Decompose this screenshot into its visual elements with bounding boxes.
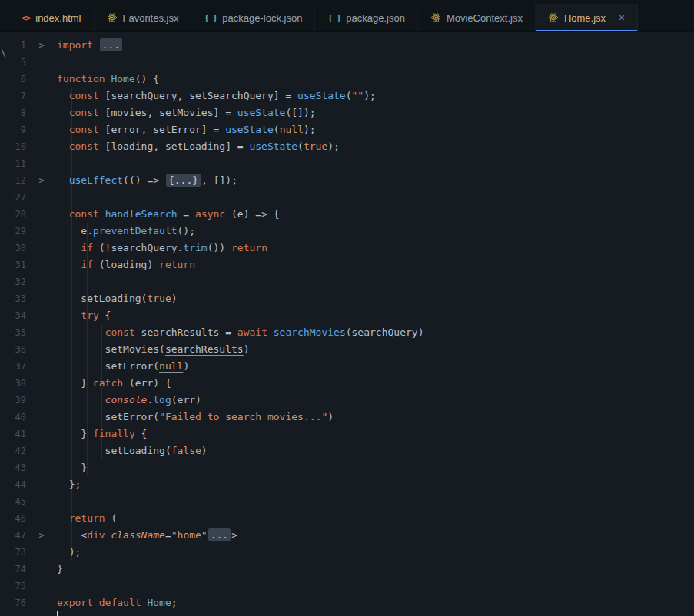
code-token — [267, 326, 274, 338]
code-line-content[interactable]: const [searchQuery, setSearchQuery] = us… — [57, 88, 376, 104]
code-line-content[interactable]: console.log(err) — [57, 392, 201, 409]
code-line-content[interactable]: setMovies(searchResults) — [57, 341, 249, 358]
line-number: 12 — [0, 172, 26, 189]
code-token: e. — [57, 225, 93, 237]
code-token: catch — [93, 377, 123, 389]
code-line-content[interactable]: const [loading, setLoading] = useState(t… — [57, 138, 340, 155]
tab-label: MovieContext.jsx — [447, 12, 523, 24]
code-line-content[interactable]: <div className="home"...> — [57, 527, 237, 544]
code-line-content[interactable]: ); — [57, 544, 81, 561]
code-line: 76export default Home; — [0, 594, 694, 611]
code-line: 10 const [loading, setLoading] = useStat… — [0, 138, 694, 155]
code-line: 28 const handleSearch = async (e) => { — [0, 206, 694, 223]
code-line-content[interactable]: setError("Failed to search movies...") — [57, 409, 334, 426]
code-line-content[interactable]: import ... — [57, 37, 123, 54]
line-number: 6 — [0, 71, 26, 88]
code-line-content[interactable]: setLoading(false) — [57, 442, 208, 459]
code-line-content[interactable]: const [movies, setMovies] = useState([])… — [57, 104, 316, 121]
editor: \ 1>import ...56function Home() {7 const… — [0, 32, 694, 616]
code-area[interactable]: 1>import ...56function Home() {7 const [… — [0, 37, 694, 611]
code-line-content[interactable]: if (loading) return — [57, 257, 195, 273]
fold-chevron-icon[interactable]: > — [26, 527, 57, 544]
code-line: 47> <div className="home"...> — [0, 527, 694, 544]
line-number: 75 — [0, 578, 26, 594]
code-token: { — [99, 310, 111, 321]
tab-label: index.html — [35, 12, 81, 24]
code-token: await — [237, 326, 267, 338]
stray-glyph: \ — [1, 48, 6, 58]
tab-home-jsx[interactable]: Home.jsx× — [536, 4, 638, 31]
code-line: 29 e.preventDefault(); — [0, 223, 694, 240]
code-token — [57, 242, 81, 253]
code-line-content[interactable]: } — [57, 561, 63, 578]
code-line: 27 — [0, 189, 694, 206]
tab-index-html[interactable]: <>index.html — [9, 4, 95, 31]
close-icon[interactable]: × — [619, 12, 625, 23]
code-line-content[interactable]: if (!searchQuery.trim()) return — [57, 240, 267, 257]
fold-chevron-icon[interactable]: > — [26, 37, 57, 54]
line-number: 42 — [0, 442, 26, 459]
code-line-content[interactable]: e.preventDefault(); — [57, 223, 195, 240]
react-icon — [430, 12, 441, 23]
code-token — [57, 208, 69, 220]
code-token: , []); — [201, 174, 237, 186]
fold-spacer — [26, 561, 57, 578]
code-token: true — [147, 293, 171, 304]
fold-spacer — [26, 104, 57, 121]
line-number: 11 — [0, 155, 26, 172]
code-token: ()) — [208, 242, 231, 253]
code-line-content[interactable]: setLoading(true) — [57, 290, 178, 307]
code-token: } — [57, 428, 93, 439]
fold-chevron-icon[interactable]: > — [26, 172, 57, 189]
code-token: log — [153, 394, 171, 406]
code-line-content[interactable]: function Home() { — [57, 71, 159, 88]
code-line: 8 const [movies, setMovies] = useState([… — [0, 104, 694, 121]
code-line-content[interactable]: const [error, setError] = useState(null)… — [57, 121, 316, 138]
line-number: 31 — [0, 257, 26, 273]
line-number: 43 — [0, 459, 26, 476]
code-token: ([]); — [285, 107, 315, 118]
code-line-content[interactable]: return ( — [57, 510, 117, 527]
code-token — [57, 512, 69, 524]
code-line: 9 const [error, setError] = useState(nul… — [0, 121, 694, 138]
code-token: ) — [171, 293, 178, 304]
code-token: < — [57, 529, 87, 541]
line-number: 40 — [0, 409, 26, 426]
code-token: useState — [249, 141, 297, 152]
json-icon: { } — [204, 13, 217, 23]
text-cursor — [57, 611, 58, 616]
code-token: = — [165, 529, 171, 541]
code-token: (err) { — [123, 377, 171, 389]
code-line-content[interactable]: } finally { — [57, 426, 147, 442]
code-token: [loading, setLoading] = — [99, 141, 250, 152]
folded-code-pill[interactable]: ... — [208, 528, 231, 541]
code-line-content[interactable]: try { — [57, 307, 111, 324]
line-number: 30 — [0, 240, 26, 257]
code-token: { — [135, 428, 148, 439]
line-number: 47 — [0, 527, 26, 544]
folded-code-pill[interactable]: {...} — [166, 174, 201, 187]
code-line-content[interactable]: const handleSearch = async (e) => { — [57, 206, 280, 223]
tab-label: Home.jsx — [564, 12, 606, 24]
code-line-content[interactable]: useEffect(() => {...}, []); — [57, 172, 237, 189]
code-line: 38 } catch (err) { — [0, 375, 694, 392]
fold-spacer — [26, 341, 57, 358]
folded-code-pill[interactable]: ... — [100, 38, 122, 51]
tab-package-lock-json[interactable]: { }package-lock.json — [191, 4, 315, 31]
code-line-content[interactable]: } catch (err) { — [57, 375, 171, 392]
code-line-content[interactable]: }; — [57, 476, 81, 493]
tab-package-json[interactable]: { }package.json — [315, 4, 418, 31]
tab-favorites-jsx[interactable]: Favorites.jsx — [95, 4, 192, 31]
code-line-content[interactable]: export default Home; — [57, 594, 178, 611]
fold-spacer — [26, 594, 57, 611]
code-line-content[interactable]: const searchResults = await searchMovies… — [57, 324, 423, 341]
code-line-content[interactable]: setError(null) — [57, 358, 189, 375]
code-token: "home" — [171, 529, 208, 541]
code-line-content[interactable]: } — [57, 459, 87, 476]
code-token: null — [159, 360, 183, 372]
tab-moviecontext-jsx[interactable]: MovieContext.jsx — [418, 4, 536, 31]
line-number: 7 — [0, 88, 26, 104]
fold-spacer — [26, 375, 57, 392]
code-token: ) — [244, 343, 250, 355]
code-token: useState — [237, 107, 286, 118]
